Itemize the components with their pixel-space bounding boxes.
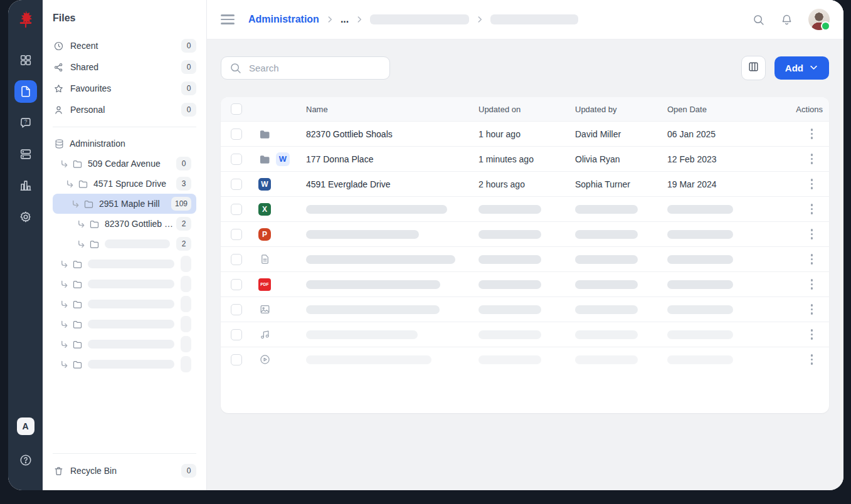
folder-icon [89, 239, 100, 249]
folder-icon [78, 179, 88, 189]
tree-item-skeleton[interactable]: 2 [53, 234, 196, 254]
rail-item-help-bubble-icon[interactable]: ? [14, 112, 37, 134]
column-header-open-date[interactable]: Open Date [667, 105, 791, 114]
table-row[interactable]: P [221, 221, 829, 246]
table-row[interactable] [221, 347, 829, 372]
sidebar-item-recent[interactable]: Recent0 [53, 35, 196, 56]
column-header-updated-on[interactable]: Updated on [478, 105, 575, 114]
file-name[interactable]: 4591 Everglade Drive [306, 179, 478, 189]
row-actions-kebab-icon[interactable] [808, 226, 816, 242]
row-actions-kebab-icon[interactable] [808, 327, 816, 342]
rail-item-storage-icon[interactable] [14, 143, 37, 165]
table-row[interactable]: X [221, 196, 829, 221]
tree-item-skeleton[interactable] [53, 254, 196, 274]
a-badge[interactable]: A [17, 417, 34, 435]
files-panel-title: Files [53, 13, 196, 24]
row-checkbox[interactable] [231, 354, 242, 365]
row-actions-kebab-icon[interactable] [808, 151, 816, 167]
columns-view-icon [748, 61, 759, 75]
updated-by-skeleton [575, 205, 638, 214]
row-checkbox[interactable] [231, 179, 242, 190]
table-footer-space [221, 372, 829, 413]
table-row[interactable]: 82370 Gottlieb Shoals1 hour agoDavid Mil… [221, 121, 829, 146]
row-actions-kebab-icon[interactable] [808, 201, 816, 217]
tree-item-skeleton[interactable] [53, 314, 196, 334]
sidebar-item-count: 0 [181, 60, 196, 74]
tree-item-skeleton[interactable] [53, 294, 196, 314]
tree-item-administration[interactable]: Administration [53, 134, 196, 154]
main-header: Administration ... [207, 0, 843, 39]
tree-item-skeleton[interactable] [53, 354, 196, 374]
breadcrumb-ellipsis[interactable]: ... [341, 14, 349, 25]
sidebar-item-favourites[interactable]: Favourites0 [53, 78, 196, 99]
name-skeleton [306, 255, 455, 264]
row-actions-kebab-icon[interactable] [808, 176, 816, 192]
tree-count-skeleton [181, 336, 191, 352]
column-header-updated-by[interactable]: Updated by [575, 105, 667, 114]
row-checkbox[interactable] [231, 129, 242, 140]
file-name[interactable]: 177 Donna Place [306, 154, 478, 164]
breadcrumb: Administration ... [248, 14, 752, 25]
table-row[interactable]: W4591 Everglade Drive2 hours agoSophia T… [221, 171, 829, 196]
menu-toggle-icon[interactable] [221, 14, 235, 24]
search-input[interactable] [248, 62, 382, 74]
table-row[interactable] [221, 297, 829, 322]
tree-item-skeleton[interactable] [53, 334, 196, 354]
user-avatar[interactable] [808, 9, 830, 30]
breadcrumb-administration[interactable]: Administration [248, 14, 319, 25]
sidebar-item-recycle-bin[interactable]: Recycle Bin 0 [53, 460, 196, 481]
open-date-skeleton [667, 230, 733, 239]
column-header-name[interactable]: Name [306, 105, 478, 114]
rail-item-dashboard-grid-icon[interactable] [14, 49, 37, 71]
row-checkbox[interactable] [231, 329, 242, 340]
share-icon [53, 61, 64, 73]
bell-icon[interactable] [780, 13, 793, 26]
row-actions-kebab-icon[interactable] [808, 302, 816, 317]
tree-item-509-cedar-avenue[interactable]: 509 Cedar Avenue0 [53, 154, 196, 174]
table-row[interactable] [221, 246, 829, 271]
tree-item-2951-maple-hill[interactable]: 2951 Maple Hill109 [53, 194, 196, 214]
row-actions-kebab-icon[interactable] [808, 126, 816, 142]
select-all-checkbox[interactable] [231, 103, 242, 115]
rail-item-chart-icon[interactable] [14, 174, 37, 197]
excel-file-icon: X [258, 203, 271, 216]
updated-on-skeleton [478, 255, 541, 264]
rail-item-file-icon[interactable] [14, 80, 37, 103]
maple-leaf-logo[interactable] [15, 9, 36, 30]
column-header-actions: Actions [791, 105, 829, 114]
row-checkbox[interactable] [231, 304, 242, 315]
tree-item-82370-gottlieb-sho-[interactable]: 82370 Gottlieb Sho...2 [53, 214, 196, 234]
table-row[interactable] [221, 322, 829, 347]
sidebar-item-shared[interactable]: Shared0 [53, 56, 196, 78]
help-bubble-icon: ? [19, 116, 33, 130]
help-circle-icon[interactable] [14, 449, 37, 471]
table-row[interactable]: W177 Donna Place1 minutes agoOlivia Ryan… [221, 146, 829, 171]
row-checkbox[interactable] [231, 254, 242, 265]
table-row[interactable]: PDF [221, 271, 829, 297]
gear-icon [19, 210, 33, 224]
row-actions-kebab-icon[interactable] [808, 276, 816, 292]
tree-item-4571-spruce-drive[interactable]: 4571 Spruce Drive3 [53, 174, 196, 194]
updated-on: 1 hour ago [478, 129, 575, 139]
sidebar-item-personal[interactable]: Personal0 [53, 99, 196, 120]
add-button[interactable]: Add [774, 56, 829, 80]
folder-icon [72, 159, 83, 169]
columns-view-button[interactable] [741, 56, 766, 80]
row-checkbox[interactable] [231, 229, 242, 240]
open-date-skeleton [667, 355, 733, 364]
corner-arrow-icon [60, 360, 69, 369]
file-name[interactable]: 82370 Gottlieb Shoals [306, 129, 478, 139]
sidebar-item-label: Recent [70, 41, 181, 51]
search-icon[interactable] [752, 13, 765, 26]
row-actions-kebab-icon[interactable] [808, 352, 816, 367]
files-panel: Files Recent0Shared0Favourites0Personal0… [43, 0, 207, 490]
corner-arrow-icon [60, 260, 69, 269]
tree-item-skeleton[interactable] [53, 274, 196, 294]
row-checkbox[interactable] [231, 154, 242, 165]
row-actions-kebab-icon[interactable] [808, 251, 816, 267]
sidebar-item-label: Personal [70, 105, 181, 115]
rail-item-gear-icon[interactable] [14, 206, 37, 228]
row-checkbox[interactable] [231, 279, 242, 290]
corner-arrow-icon [77, 239, 86, 249]
row-checkbox[interactable] [231, 204, 242, 215]
